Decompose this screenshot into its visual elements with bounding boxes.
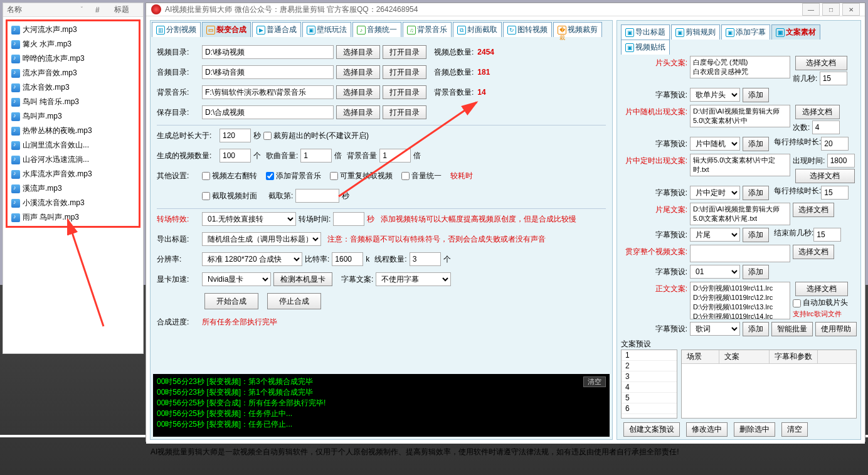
save-dir-select-button[interactable]: 选择目录 [336,105,380,119]
main-copy-textarea[interactable]: D:\分割视频\1019lrc\11.lrc D:\分割视频\1019lrc\1… [690,282,790,319]
start-button[interactable]: 开始合成 [204,293,258,309]
preset-item[interactable]: 1 [622,350,677,361]
bgm-checkbox[interactable]: 添加背景音乐 [266,171,321,181]
gen-count-input[interactable] [220,149,251,163]
tab-普通合成[interactable]: ▶普通合成 [252,22,301,37]
preset-item[interactable]: 6 [622,403,677,414]
mid-rand-select-button[interactable]: 选择文档 [795,105,840,119]
mid-fix-textarea[interactable]: 辑大师5.0\文案素材\片中定时.txt [690,154,790,176]
mid-fix-select-button[interactable]: 选择文档 [795,169,855,183]
threads-input[interactable] [410,252,441,266]
gpu-check-button[interactable]: 检测本机显卡 [273,272,332,286]
main-select-button[interactable]: 选择文档 [795,282,848,296]
bgm-dir-input[interactable] [202,85,334,99]
bgm-dir-select-button[interactable]: 选择目录 [336,85,380,99]
cover-frame-input[interactable] [295,189,339,203]
preset-item[interactable]: 4 [622,382,677,393]
file-item[interactable]: 鸟叫声.mp3 [9,109,137,124]
preset2-add-button[interactable]: 添加 [743,137,769,151]
tab-分割视频[interactable]: ▥分割视频 [152,22,201,37]
preset6-select[interactable]: 歌词 [690,322,740,336]
bitrate-input[interactable] [332,252,363,266]
titlebar[interactable]: AI视频批量剪辑大师 微信公众号：唐易批量剪辑 官方客服QQ：264246895… [146,3,865,16]
help-button[interactable]: 使用帮助 [815,322,857,336]
clear-console-button[interactable]: 清空 [583,376,606,387]
tab-壁纸玩法[interactable]: ▣壁纸玩法 [302,22,351,37]
col-hash[interactable]: # [95,6,114,14]
times-input[interactable] [812,120,840,134]
head-select-file-button[interactable]: 选择文档 [795,56,847,70]
gen-total-input[interactable] [220,129,251,142]
file-item[interactable]: 热带丛林的夜晚.mp3 [9,124,137,138]
video-dir-select-button[interactable]: 选择目录 [336,45,380,59]
console[interactable]: 清空 00时56分23秒 [裂变视频]：第3个视频合成完毕00时56分23秒 [… [153,374,610,437]
right-tab-视频贴纸[interactable]: ▣视频贴纸 [621,40,670,55]
preset-item[interactable]: 5 [622,393,677,403]
tab-图转视频[interactable]: ↻图转视频 [503,22,552,37]
preset4-add-button[interactable]: 添加 [743,228,769,242]
file-item[interactable]: 溪流声.mp3 [9,181,137,196]
save-dir-input[interactable] [202,105,334,119]
trans-select[interactable]: 01.无特效直接转 [202,212,296,226]
right-tab-导出标题[interactable]: ▣导出标题 [621,24,670,40]
res-select[interactable]: 标准 1280*720 合成快 [202,252,302,266]
head-copy-textarea[interactable]: 白度母心咒 (梵唱) 白衣观音灵感神咒 [690,56,790,78]
tab-封面截取[interactable]: ⧉封面截取 [453,22,502,37]
file-item[interactable]: 水库流水声音效.mp3 [9,167,137,181]
crop-over-checkbox[interactable]: 裁剪超出的时长(不建议开启) [263,131,369,141]
file-item[interactable]: 大河流水声.mp3 [9,23,137,37]
tab-视频裁剪[interactable]: �裁视频裁剪 [553,22,602,37]
preset6-add-button[interactable]: 添加 [743,322,769,336]
preset5-select[interactable]: 01 [690,265,740,279]
gpu-select[interactable]: Nvidia显卡 [202,272,271,286]
col-name[interactable]: 名称 [7,4,81,15]
video-dir-open-button[interactable]: 打开目录 [383,45,426,59]
modify-button[interactable]: 修改选中 [686,422,728,437]
clear-preset-button[interactable]: 清空 [781,422,808,437]
whole-textarea[interactable] [690,245,790,262]
file-item[interactable]: 雨声 鸟叫声.mp3 [9,210,137,225]
preset5-add-button[interactable]: 添加 [743,265,769,279]
preset-item[interactable]: 3 [622,371,677,382]
subtitle-select[interactable]: 不使用字幕 [376,272,451,286]
right-tab-文案素材[interactable]: ▣文案素材 [771,24,820,40]
file-item[interactable]: 山谷河水迅速流淌... [9,152,137,167]
stop-button[interactable]: 停止合成 [267,293,321,309]
right-tab-添加字幕[interactable]: ▣添加字幕 [721,24,770,40]
bg-vol-input[interactable] [379,149,411,163]
file-item[interactable]: 流水音效.mp3 [9,80,137,95]
song-vol-input[interactable] [300,149,332,163]
mid-rand-textarea[interactable]: D:\封面\AI视频批量剪辑大师5.0\文案素材\片中 [690,105,790,127]
bgm-dir-open-button[interactable]: 打开目录 [383,85,426,99]
mid-dur-input[interactable] [821,137,849,151]
tab-音频统一[interactable]: ♪音频统一 [352,22,401,37]
audio-dir-open-button[interactable]: 打开目录 [383,65,426,79]
col-title[interactable]: 标题 [114,4,139,15]
tab-背景音乐[interactable]: ♫背景音乐 [403,22,452,37]
preset4-select[interactable]: 片尾 [690,228,740,242]
file-item[interactable]: 流水声音效.mp3 [9,66,137,80]
flip-checkbox[interactable]: 视频左右翻转 [202,171,257,181]
minimize-button[interactable]: — [802,3,820,16]
end-sec-input[interactable] [813,228,841,242]
tail-select-button[interactable]: 选择文档 [793,203,834,217]
tab-裂变合成[interactable]: ▭裂变合成 [202,22,251,37]
file-item[interactable]: 山洞里流水音效山... [9,138,137,152]
cover-checkbox[interactable]: 截取视频封面 [202,191,257,201]
preset-list[interactable]: 123456 [621,350,677,419]
audio-dir-select-button[interactable]: 选择目录 [336,65,380,79]
export-title-select[interactable]: 随机组合生成（调用导出标题） [202,232,321,246]
smart-batch-button[interactable]: 智能批量 [771,322,813,336]
right-tab-剪辑规则[interactable]: ▣剪辑规则 [671,24,720,40]
fix-dur-input[interactable] [821,186,849,200]
volnorm-checkbox[interactable]: 音量统一 [401,171,442,181]
close-button[interactable]: ✕ [842,3,860,16]
file-item[interactable]: 哗哗的流水声.mp3 [9,51,137,66]
tail-textarea[interactable]: D:\封面\AI视频批量剪辑大师5.0\文案素材\片尾.txt [690,203,790,225]
save-dir-open-button[interactable]: 打开目录 [383,105,426,119]
delete-sel-button[interactable]: 删除选中 [734,422,775,437]
create-preset-button[interactable]: 创建文案预设 [623,422,680,437]
appear-input[interactable] [827,154,855,168]
preset-item[interactable]: 2 [622,361,677,371]
file-item[interactable]: 鸟叫 纯音乐.mp3 [9,95,137,109]
